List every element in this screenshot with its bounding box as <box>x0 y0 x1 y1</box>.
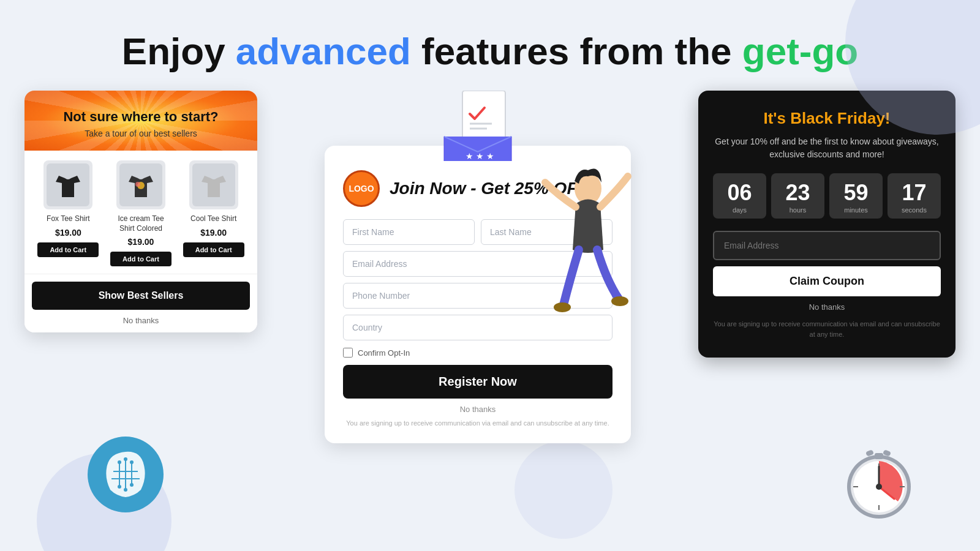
stopwatch-icon <box>839 435 919 514</box>
add-to-cart-button-1[interactable]: Add to Cart <box>37 242 99 257</box>
product-image-3 <box>189 160 238 209</box>
svg-point-21 <box>130 460 134 464</box>
countdown-timer: 06 days 23 hours 59 minutes 17 seconds <box>713 173 941 219</box>
sunburst-content: Not sure where to start? Take a tour of … <box>37 109 245 138</box>
blackfriday-email-input[interactable] <box>713 231 941 260</box>
product-item-3: Cool Tee Shirt $19.00 Add to Cart <box>183 160 244 266</box>
seconds-label: seconds <box>894 206 935 214</box>
product-price-3: $19.00 <box>183 228 244 238</box>
seconds-value: 17 <box>894 182 935 204</box>
svg-point-20 <box>124 457 127 461</box>
opt-in-row: Confirm Opt-In <box>343 348 612 358</box>
bg-decoration-bottom-right <box>514 441 612 539</box>
product-name-1: Fox Tee Shirt <box>37 214 99 224</box>
svg-text:★ ★ ★: ★ ★ ★ <box>466 151 494 161</box>
svg-point-19 <box>118 460 121 464</box>
header-middle: features from the <box>411 30 742 72</box>
opt-in-label: Confirm Opt-In <box>358 348 410 358</box>
svg-point-22 <box>118 485 121 489</box>
svg-point-34 <box>876 484 882 490</box>
days-label: days <box>719 206 760 214</box>
svg-rect-6 <box>462 91 505 140</box>
bestsellers-subtitle: Take a tour of our best sellers <box>37 129 245 138</box>
svg-point-23 <box>124 488 127 492</box>
product-name-3: Cool Tee Shirt <box>183 214 244 224</box>
header-prefix: Enjoy <box>122 30 236 72</box>
bestsellers-no-thanks-link[interactable]: No thanks <box>32 316 250 325</box>
bestsellers-card: Not sure where to start? Take a tour of … <box>24 91 257 332</box>
product-item-2: Ice cream Tee Shirt Colored $19.00 Add t… <box>110 160 172 266</box>
register-card: LOGO Join Now - Get 25% OFF Confirm Opt-… <box>325 146 631 443</box>
hours-value: 23 <box>777 182 818 204</box>
svg-point-3 <box>135 182 140 187</box>
countdown-days: 06 days <box>713 173 766 219</box>
claim-coupon-button[interactable]: Claim Coupon <box>713 266 941 296</box>
bestsellers-footer: Show Best Sellers No thanks <box>24 274 257 332</box>
svg-point-24 <box>130 483 134 487</box>
center-section: ★ ★ ★ <box>276 91 680 443</box>
product-price-2: $19.00 <box>110 237 172 247</box>
show-best-sellers-button[interactable]: Show Best Sellers <box>32 282 250 310</box>
logo-badge: LOGO <box>343 170 380 207</box>
hours-label: hours <box>777 206 818 214</box>
countdown-hours: 23 hours <box>771 173 824 219</box>
brain-icon <box>86 435 165 514</box>
product-image-2 <box>116 160 165 209</box>
add-to-cart-button-2[interactable]: Add to Cart <box>110 252 172 266</box>
minutes-label: minutes <box>835 206 876 214</box>
page-header: Enjoy advanced features from the get-go <box>0 0 980 91</box>
svg-rect-35 <box>875 453 883 459</box>
add-to-cart-button-3[interactable]: Add to Cart <box>183 242 244 257</box>
register-fine-print: You are signing up to receive communicat… <box>343 419 612 428</box>
product-name-2: Ice cream Tee Shirt Colored <box>110 214 172 233</box>
main-content: Not sure where to start? Take a tour of … <box>0 91 980 443</box>
svg-point-11 <box>554 302 571 312</box>
blackfriday-subtitle: Get your 10% off and be the first to kno… <box>713 135 941 161</box>
jumping-girl-decoration <box>533 158 643 329</box>
sunburst-header: Not sure where to start? Take a tour of … <box>24 91 257 151</box>
header-green-word: get-go <box>742 30 858 72</box>
product-image-1 <box>43 160 92 209</box>
products-grid: Fox Tee Shirt $19.00 Add to Cart Ice cre… <box>24 151 257 274</box>
blackfriday-fine-print: You are signing up to receive communicat… <box>713 319 941 339</box>
countdown-seconds: 17 seconds <box>888 173 941 219</box>
days-value: 06 <box>719 182 760 204</box>
header-blue-word: advanced <box>236 30 411 72</box>
blackfriday-no-thanks[interactable]: No thanks <box>713 302 941 312</box>
countdown-minutes: 59 minutes <box>829 173 883 219</box>
svg-point-12 <box>611 296 628 306</box>
minutes-value: 59 <box>835 182 876 204</box>
envelope-icon: ★ ★ ★ <box>438 91 518 164</box>
bestsellers-title: Not sure where to start? <box>37 109 245 125</box>
opt-in-checkbox[interactable] <box>343 348 353 358</box>
register-button[interactable]: Register Now <box>343 365 612 399</box>
product-item-1: Fox Tee Shirt $19.00 Add to Cart <box>37 160 99 266</box>
register-no-thanks[interactable]: No thanks <box>343 405 612 414</box>
product-price-1: $19.00 <box>37 228 99 238</box>
first-name-input[interactable] <box>343 219 475 245</box>
